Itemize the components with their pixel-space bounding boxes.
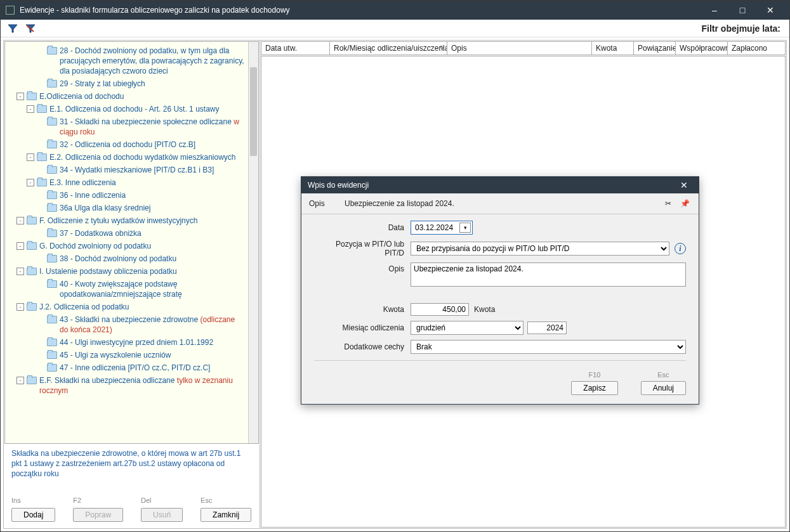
minimize-button[interactable]: – (701, 1, 728, 20)
kwota-input[interactable] (411, 303, 469, 316)
field-label-miesiac: Miesiąc odliczenia (314, 323, 411, 332)
close-shortcut: Esc (201, 496, 212, 504)
tree-node[interactable]: 40 - Kwoty zwiększające podstawę opodatk… (6, 278, 247, 301)
pin-icon[interactable]: 📌 (678, 197, 691, 210)
tree-label: 40 - Kwoty zwiększające podstawę opodatk… (60, 279, 247, 299)
tree-node[interactable]: 28 - Dochód zwolniony od podatku, w tym … (6, 44, 247, 77)
tree-node[interactable]: -I. Ustalenie podstawy obliczenia podatk… (6, 265, 247, 278)
tree-label: 44 - Ulgi inwestycyjne przed dniem 1.01.… (60, 337, 247, 347)
tree-label: E.2. Odliczenia od dochodu wydatków mies… (49, 152, 247, 162)
window-title: Ewidencje - składniki formularza oblicze… (20, 6, 701, 15)
year-input[interactable] (527, 321, 567, 334)
expander-icon[interactable]: - (27, 105, 34, 113)
add-button[interactable]: Dodaj (11, 508, 55, 522)
expander-icon[interactable]: - (16, 93, 24, 100)
body: 28 - Dochód zwolniony od podatku, w tym … (3, 40, 787, 529)
filter-clear-icon[interactable] (25, 23, 36, 34)
maximize-button[interactable]: □ (728, 1, 756, 20)
selection-description: Składka na ubezpieczenie zdrowotne, o kt… (11, 448, 252, 486)
tree-node[interactable]: -E.3. Inne odliczenia (6, 176, 247, 189)
tree-node[interactable]: 29 - Straty z lat ubiegłych (6, 77, 247, 90)
delete-button[interactable]: Usuń (141, 508, 183, 522)
close-panel-button[interactable]: Zamknij (201, 508, 251, 522)
save-button[interactable]: Zapisz (571, 381, 617, 395)
left-footer: Składka na ubezpieczenie zdrowotne, o kt… (4, 444, 260, 528)
app-icon (6, 6, 15, 15)
col-kwota[interactable]: Kwota (592, 42, 634, 55)
tree[interactable]: 28 - Dochód zwolniony od podatku, w tym … (5, 42, 248, 443)
expander-icon[interactable]: - (16, 242, 24, 250)
tree-node[interactable]: 43 - Składki na ubezpieczenie zdrowotne … (6, 313, 247, 336)
right-panel: Data utw. Rok/Miesiąc odliczenia/uiszcze… (260, 41, 786, 528)
calendar-icon[interactable]: ▾ (459, 223, 471, 233)
opis-textarea[interactable]: Ubezpieczenie za listopad 2024. (411, 263, 686, 287)
tree-node[interactable]: -F. Odliczenie z tytułu wydatków inwesty… (6, 214, 247, 227)
app-window: Ewidencje - składniki formularza oblicze… (0, 0, 790, 532)
dialog-title: Wpis do ewidencji (308, 181, 676, 190)
tree-node[interactable]: 38 - Dochód zwolniony od podatku (6, 252, 247, 265)
month-select[interactable]: grudzień (411, 321, 523, 335)
tree-node[interactable]: -E.2. Odliczenia od dochodu wydatków mie… (6, 151, 247, 164)
folder-icon (37, 153, 47, 161)
col-rok-miesiac[interactable]: Rok/Miesiąc odliczenia/uiszczenia▽ (330, 42, 447, 55)
info-icon[interactable]: i (675, 243, 686, 254)
close-button[interactable]: ✕ (756, 1, 784, 20)
tree-scrollbar[interactable] (248, 42, 258, 443)
tree-node[interactable]: -J.2. Odliczenia od podatku (6, 301, 247, 313)
tree-label: G. Dochód zwolniony od podatku (39, 241, 247, 251)
col-powiazanie[interactable]: Powiązanie (634, 42, 676, 55)
folder-icon (47, 47, 57, 55)
tree-node[interactable]: 36 - Inne odliczenia (6, 189, 247, 202)
tree-spacer (37, 280, 44, 288)
position-select[interactable]: Bez przypisania do pozycji w PIT/O lub P… (411, 242, 669, 256)
features-select[interactable]: Brak (411, 340, 686, 354)
expander-icon[interactable]: - (16, 268, 24, 275)
cancel-button[interactable]: Anuluj (641, 381, 686, 395)
tree-label: 38 - Dochód zwolniony od podatku (60, 254, 247, 264)
tree-node[interactable]: 32 - Odliczenia od dochodu [PIT/O cz.B] (6, 138, 247, 151)
tree-node[interactable]: 44 - Ulgi inwestycyjne przed dniem 1.01.… (6, 336, 247, 349)
tree-node[interactable]: 36a Ulga dla klasy średniej (6, 202, 247, 214)
tree-spacer (37, 166, 44, 174)
tree-node[interactable]: -E.1. Odliczenia od dochodu - Art. 26 Us… (6, 103, 247, 115)
expander-icon[interactable]: - (16, 377, 24, 384)
tree-node[interactable]: 37 - Dodatkowa obniżka (6, 227, 247, 240)
expander-icon[interactable]: - (27, 153, 34, 161)
scissors-icon[interactable]: ✂ (662, 197, 675, 210)
col-wspolpracownik[interactable]: Współpracowni (676, 42, 728, 55)
tree-node[interactable]: 34 - Wydatki mieszkaniowe [PIT/D cz.B1 i… (6, 164, 247, 176)
scrollbar-thumb[interactable] (250, 67, 257, 156)
folder-icon (37, 179, 47, 186)
tree-spacer (37, 351, 44, 359)
expander-icon[interactable]: - (27, 179, 34, 186)
tree-spacer (37, 204, 44, 212)
folder-icon (47, 364, 57, 372)
folder-icon (27, 377, 37, 384)
expander-icon[interactable]: - (16, 217, 24, 224)
dialog-titlebar: Wpis do ewidencji ✕ (301, 177, 699, 193)
col-opis[interactable]: Opis (447, 42, 592, 55)
col-data-utw[interactable]: Data utw. (261, 42, 330, 55)
sort-indicator-icon: ▽ (440, 44, 444, 51)
tree-node[interactable]: 45 - Ulgi za wyszkolenie uczniów (6, 349, 247, 361)
field-label-date: Data (314, 223, 411, 232)
tree-node[interactable]: 31 - Składki na ubezpieczenie społeczne … (6, 115, 247, 138)
tree-node[interactable]: 47 - Inne odliczenia [PIT/O cz.C, PIT/D … (6, 361, 247, 374)
expander-icon[interactable]: - (16, 303, 24, 311)
folder-icon (47, 141, 57, 148)
date-input[interactable]: ▾ (411, 221, 473, 235)
folder-icon (47, 166, 57, 174)
edit-button[interactable]: Popraw (73, 508, 123, 522)
grid-body[interactable]: Wpis do ewidencji ✕ Opis Ubezpieczenie z… (261, 56, 786, 528)
col-zaplacono[interactable]: Zapłacono (728, 42, 785, 55)
left-panel: 28 - Dochód zwolniony od podatku, w tym … (4, 41, 260, 528)
dialog-close-button[interactable]: ✕ (676, 180, 692, 190)
tree-node[interactable]: -G. Dochód zwolniony od podatku (6, 240, 247, 252)
tree-node[interactable]: -E.Odliczenia od dochodu (6, 90, 247, 103)
filter-icon[interactable] (7, 23, 18, 34)
tree-spacer (37, 118, 44, 126)
date-text[interactable] (412, 222, 457, 233)
folder-icon (47, 280, 57, 288)
folder-icon (47, 118, 57, 126)
tree-node[interactable]: -E.F. Składki na ubezpieczenia odliczane… (6, 374, 247, 397)
